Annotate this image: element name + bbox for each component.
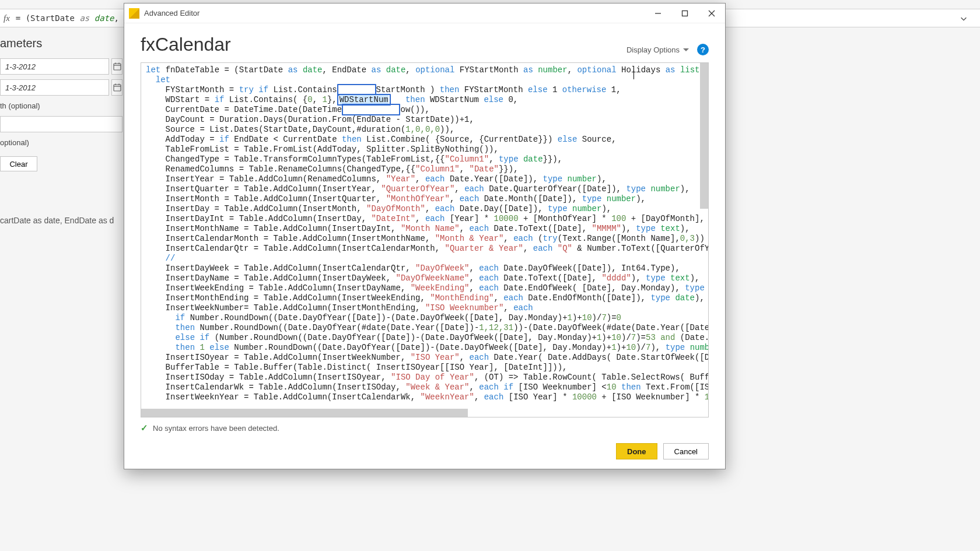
text-cursor xyxy=(634,70,634,79)
cancel-button[interactable]: Cancel xyxy=(663,443,709,459)
clear-button[interactable]: Clear xyxy=(0,156,37,171)
optional-label: optional) xyxy=(0,137,123,148)
powerbi-logo-icon xyxy=(129,8,139,19)
calendar-icon[interactable] xyxy=(111,79,123,96)
minimize-button[interactable] xyxy=(645,3,671,23)
window-title: Advanced Editor xyxy=(144,9,645,17)
code-editor[interactable]: let fnDateTable = (StartDate as date, En… xyxy=(141,62,709,417)
fystartmonth-input[interactable] xyxy=(0,116,123,132)
check-icon: ✓ xyxy=(141,423,148,433)
expand-down-icon[interactable] xyxy=(958,13,970,24)
vertical-scrollbar[interactable] xyxy=(700,63,708,209)
svg-rect-4 xyxy=(114,85,121,91)
maximize-button[interactable] xyxy=(671,3,698,23)
parameters-heading: ameters xyxy=(0,32,42,55)
svg-rect-9 xyxy=(682,10,688,16)
close-button[interactable] xyxy=(698,3,725,23)
fx-icon: fx xyxy=(4,13,10,23)
syntax-status: ✓ No syntax errors have been detected. xyxy=(141,417,709,435)
advanced-editor-dialog: Advanced Editor fxCalendar Display Optio… xyxy=(124,3,726,469)
svg-rect-0 xyxy=(114,64,121,70)
query-name: fxCalendar xyxy=(141,34,231,55)
fystartmonth-label: th (optional) xyxy=(0,100,123,111)
titlebar: Advanced Editor xyxy=(124,3,725,23)
end-date-input[interactable] xyxy=(0,79,109,96)
formula-text: = (StartDate as date, End xyxy=(16,13,139,23)
help-icon[interactable]: ? xyxy=(697,44,709,55)
function-signature: cartDate as date, EndDate as d xyxy=(0,216,114,225)
parameters-form: th (optional) optional) Clear xyxy=(0,58,123,171)
display-options-dropdown[interactable]: Display Options xyxy=(626,45,689,54)
done-button[interactable]: Done xyxy=(616,443,657,459)
horizontal-scrollbar[interactable] xyxy=(141,409,468,417)
calendar-icon[interactable] xyxy=(111,58,123,75)
highlighted-token: WDStartNum xyxy=(340,95,388,104)
start-date-input[interactable] xyxy=(0,58,109,75)
status-text: No syntax errors have been detected. xyxy=(153,424,279,433)
